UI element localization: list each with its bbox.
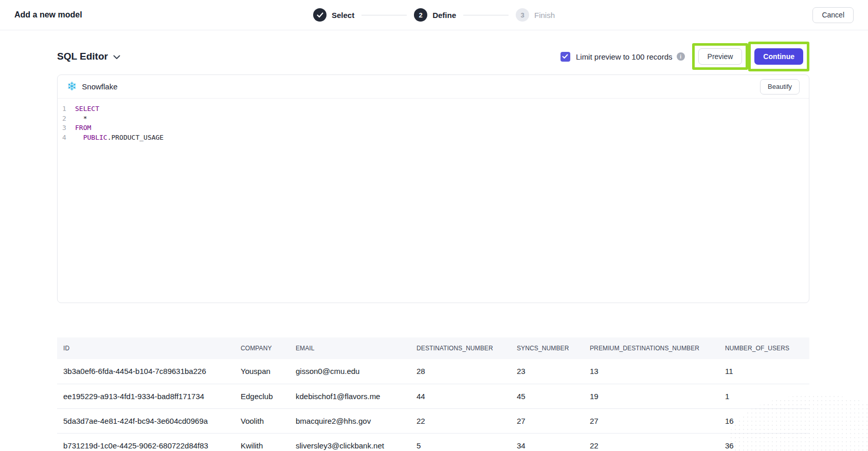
limit-preview-checkbox[interactable]	[560, 52, 570, 62]
step-select[interactable]: Select	[313, 8, 354, 22]
column-header-id: ID	[57, 337, 234, 359]
table-cell: gisson0@cmu.edu	[290, 359, 410, 384]
column-header-number-of-users: NUMBER_OF_USERS	[719, 337, 809, 359]
table-cell: 11	[719, 359, 809, 384]
table-cell: 19	[584, 384, 719, 408]
table-cell: 5da3d7ae-4e81-424f-bc94-3e604cd0969a	[57, 408, 234, 433]
stepper: Select 2 Define 3 Finish	[313, 8, 555, 22]
sql-keyword: FROM	[75, 124, 91, 131]
sql-plain-text: .PRODUCT_USAGE	[107, 134, 164, 141]
step-select-label: Select	[332, 11, 354, 20]
step-define[interactable]: 2 Define	[414, 8, 456, 22]
table-cell: 5	[410, 433, 511, 451]
table-cell: 27	[511, 408, 584, 433]
table-cell: Youspan	[234, 359, 290, 384]
code-line: 1SELECT	[58, 104, 809, 114]
table-cell: 16	[719, 408, 809, 433]
top-bar: Add a new model Select 2 Define 3 Finish…	[0, 0, 868, 30]
step-define-indicator: 2	[414, 8, 427, 22]
limit-preview-label: Limit preview to 100 records	[576, 52, 673, 61]
line-number: 1	[58, 104, 71, 114]
annotation-highlight-group: Preview Continue	[692, 42, 809, 71]
column-header-email: EMAIL	[290, 337, 410, 359]
table-cell: 34	[511, 433, 584, 451]
sql-keyword: SELECT	[75, 105, 99, 112]
table-cell: 3b3a0ef6-6fda-4454-b104-7c89631ba226	[57, 359, 234, 384]
table-cell: 36	[719, 433, 809, 451]
table-row: 3b3a0ef6-6fda-4454-b104-7c89631ba226Yous…	[57, 359, 809, 384]
sql-keyword: PUBLIC	[75, 134, 107, 141]
code-line: 2 *	[58, 114, 809, 124]
checkbox-check-icon	[562, 54, 568, 59]
table-cell: 28	[410, 359, 511, 384]
step-finish-indicator: 3	[516, 8, 529, 22]
table-cell: 45	[511, 384, 584, 408]
preview-table-header: ID COMPANY EMAIL DESTINATIONS_NUMBER SYN…	[57, 337, 809, 359]
preview-button[interactable]: Preview	[698, 48, 743, 65]
table-cell: ee195229-a913-4fd1-9334-bad8ff171734	[57, 384, 234, 408]
chevron-down-icon	[113, 55, 120, 60]
table-cell: Edgeclub	[234, 384, 290, 408]
table-row: ee195229-a913-4fd1-9334-bad8ff171734Edge…	[57, 384, 809, 408]
column-header-premium-destinations-number: PREMIUM_DESTINATIONS_NUMBER	[584, 337, 719, 359]
preview-button-highlight: Preview	[692, 43, 749, 70]
line-number: 4	[58, 133, 71, 143]
step-connector	[463, 15, 509, 15]
step-define-label: Define	[432, 11, 456, 20]
table-cell: 23	[511, 359, 584, 384]
table-cell: Voolith	[234, 408, 290, 433]
sql-code-editor[interactable]: 1SELECT2 *3FROM4 PUBLIC.PRODUCT_USAGE	[58, 99, 809, 303]
step-finish[interactable]: 3 Finish	[516, 8, 555, 22]
code-text: SELECT	[75, 104, 99, 114]
info-icon[interactable]: i	[677, 52, 685, 61]
beautify-button[interactable]: Beautify	[760, 79, 800, 95]
editor-mode-label: SQL Editor	[57, 51, 108, 62]
sql-plain-text: *	[75, 115, 87, 122]
main-content: SQL Editor Limit preview to 100 records …	[0, 42, 868, 451]
table-cell: bmacquire2@hhs.gov	[290, 408, 410, 433]
editor-toolbar: SQL Editor Limit preview to 100 records …	[57, 42, 809, 71]
check-icon	[316, 12, 323, 18]
code-text: PUBLIC.PRODUCT_USAGE	[75, 133, 164, 143]
source-name: Snowflake	[82, 82, 117, 91]
table-cell: kdebischof1@flavors.me	[290, 384, 410, 408]
table-cell: sliversley3@clickbank.net	[290, 433, 410, 451]
cancel-button[interactable]: Cancel	[812, 7, 854, 23]
preview-table-body: 3b3a0ef6-6fda-4454-b104-7c89631ba226Yous…	[57, 359, 809, 451]
table-cell: b731219d-1c0e-4425-9062-680722d84f83	[57, 433, 234, 451]
code-line: 4 PUBLIC.PRODUCT_USAGE	[58, 133, 809, 143]
editor-mode-dropdown[interactable]: SQL Editor	[57, 51, 120, 62]
table-cell: Kwilith	[234, 433, 290, 451]
info-icon-glyph: i	[680, 54, 681, 60]
preview-controls: Limit preview to 100 records i Preview C…	[560, 42, 809, 71]
step-select-indicator	[313, 8, 327, 22]
table-cell: 44	[410, 384, 511, 408]
table-cell: 22	[410, 408, 511, 433]
code-line: 3FROM	[58, 123, 809, 133]
line-number: 2	[58, 114, 71, 124]
table-cell: 1	[719, 384, 809, 408]
page-title: Add a new model	[14, 10, 82, 20]
sql-editor-card: ❄ Snowflake Beautify 1SELECT2 *3FROM4 PU…	[57, 74, 809, 303]
table-cell: 13	[584, 359, 719, 384]
column-header-company: COMPANY	[234, 337, 290, 359]
table-row: 5da3d7ae-4e81-424f-bc94-3e604cd0969aVool…	[57, 408, 809, 433]
step-finish-label: Finish	[534, 11, 555, 20]
column-header-destinations-number: DESTINATIONS_NUMBER	[410, 337, 511, 359]
column-header-syncs-number: SYNCS_NUMBER	[511, 337, 584, 359]
snowflake-icon: ❄	[67, 81, 77, 92]
table-cell: 27	[584, 408, 719, 433]
preview-results: ID COMPANY EMAIL DESTINATIONS_NUMBER SYN…	[57, 337, 809, 451]
code-text: FROM	[75, 123, 91, 133]
preview-table: ID COMPANY EMAIL DESTINATIONS_NUMBER SYN…	[57, 337, 809, 451]
continue-button[interactable]: Continue	[754, 48, 803, 65]
sql-editor-header: ❄ Snowflake Beautify	[58, 75, 809, 99]
step-connector	[361, 15, 407, 15]
line-number: 3	[58, 123, 71, 133]
table-cell: 22	[584, 433, 719, 451]
continue-button-highlight: Continue	[748, 42, 809, 71]
code-text: *	[75, 114, 87, 124]
table-row: b731219d-1c0e-4425-9062-680722d84f83Kwil…	[57, 433, 809, 451]
